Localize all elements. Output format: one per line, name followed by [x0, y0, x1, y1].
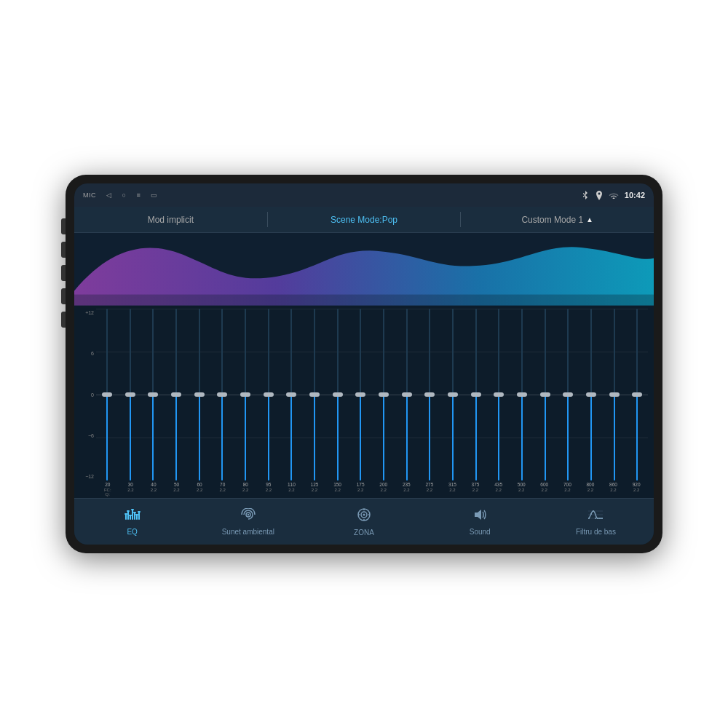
fcq-30: 2.2 [119, 488, 143, 496]
slider-track-920[interactable] [636, 309, 638, 480]
nav-menu[interactable]: ≡ [136, 191, 141, 199]
slider-track-20[interactable] [106, 309, 108, 480]
nav-back[interactable]: ◁ [106, 191, 112, 199]
slider-col-920[interactable] [626, 309, 648, 480]
slider-col-600[interactable] [534, 309, 556, 480]
slider-thumb-235[interactable] [402, 392, 412, 397]
tab-sunet[interactable]: Sunet ambiental [190, 499, 306, 545]
slider-track-50[interactable] [175, 309, 177, 480]
slider-col-500[interactable] [511, 309, 533, 480]
slider-col-435[interactable] [488, 309, 510, 480]
slider-thumb-30[interactable] [125, 392, 135, 397]
slider-col-40[interactable] [142, 309, 164, 480]
slider-col-20[interactable] [96, 309, 118, 480]
slider-col-860[interactable] [604, 309, 625, 480]
slider-col-315[interactable] [442, 309, 464, 480]
freq-label-860: 860 [602, 482, 625, 487]
svg-rect-12 [133, 512, 136, 513]
slider-track-80[interactable] [245, 309, 246, 480]
svg-rect-9 [127, 510, 130, 512]
slider-track-315[interactable] [452, 309, 454, 480]
mode-default[interactable]: Mod implicit [74, 207, 267, 232]
slider-track-435[interactable] [498, 309, 499, 480]
slider-col-70[interactable] [211, 309, 233, 480]
slider-thumb-920[interactable] [632, 392, 642, 397]
slider-col-60[interactable] [189, 309, 210, 480]
slider-thumb-800[interactable] [586, 392, 596, 397]
slider-thumb-40[interactable] [148, 392, 158, 397]
slider-track-110[interactable] [290, 309, 292, 480]
slider-track-235[interactable] [406, 309, 408, 480]
tab-zona[interactable]: ZONA [306, 499, 422, 545]
slider-thumb-175[interactable] [355, 392, 365, 397]
slider-col-700[interactable] [557, 309, 579, 480]
slider-track-275[interactable] [429, 309, 430, 480]
tab-filtru-label: Filtru de bas [576, 528, 616, 536]
slider-thumb-70[interactable] [217, 392, 227, 397]
slider-track-60[interactable] [199, 309, 200, 480]
status-right: 10:42 [581, 190, 645, 200]
slider-col-110[interactable] [280, 309, 302, 480]
slider-thumb-500[interactable] [517, 392, 527, 397]
slider-col-150[interactable] [327, 309, 349, 480]
slider-thumb-20[interactable] [102, 392, 112, 397]
slider-col-95[interactable] [258, 309, 280, 480]
side-button-4[interactable] [61, 288, 66, 304]
slider-thumb-860[interactable] [609, 392, 620, 397]
mode-scene[interactable]: Scene Mode:Pop [268, 207, 461, 232]
slider-col-175[interactable] [349, 309, 371, 480]
slider-col-30[interactable] [119, 309, 141, 480]
slider-thumb-600[interactable] [540, 392, 550, 397]
slider-col-275[interactable] [419, 309, 440, 480]
slider-thumb-150[interactable] [333, 392, 343, 397]
slider-col-80[interactable] [234, 309, 256, 480]
slider-thumb-375[interactable] [471, 392, 481, 397]
slider-track-700[interactable] [567, 309, 569, 480]
slider-thumb-200[interactable] [379, 392, 389, 397]
slider-track-175[interactable] [360, 309, 361, 480]
slider-thumb-95[interactable] [264, 392, 274, 397]
slider-thumb-125[interactable] [309, 392, 320, 397]
slider-thumb-60[interactable] [194, 392, 205, 397]
side-button-5[interactable] [61, 312, 66, 328]
slider-thumb-315[interactable] [448, 392, 458, 397]
freq-label-95: 95 [257, 482, 280, 487]
freq-label-80: 80 [234, 482, 257, 487]
slider-col-200[interactable] [373, 309, 395, 480]
slider-thumb-435[interactable] [494, 392, 504, 397]
slider-col-125[interactable] [304, 309, 325, 480]
slider-track-200[interactable] [383, 309, 384, 480]
slider-track-95[interactable] [268, 309, 269, 480]
nav-home[interactable]: ○ [122, 191, 127, 199]
side-button-3[interactable] [61, 265, 66, 281]
side-button-1[interactable] [61, 218, 66, 234]
side-button-2[interactable] [61, 242, 66, 258]
slider-track-860[interactable] [614, 309, 615, 480]
slider-thumb-50[interactable] [171, 392, 181, 397]
tab-sound[interactable]: Sound [422, 499, 538, 545]
freq-label-40: 40 [142, 482, 165, 487]
svg-rect-14 [138, 511, 141, 513]
slider-track-40[interactable] [152, 309, 154, 480]
nav-recent[interactable]: ▭ [151, 191, 158, 199]
mode-custom[interactable]: Custom Mode 1 ▲ [461, 207, 654, 232]
slider-thumb-110[interactable] [286, 392, 296, 397]
fcq-95: 2.2 [257, 488, 280, 496]
slider-col-800[interactable] [580, 309, 602, 480]
slider-track-150[interactable] [337, 309, 339, 480]
slider-track-375[interactable] [475, 309, 477, 480]
slider-track-600[interactable] [545, 309, 546, 480]
slider-track-30[interactable] [130, 309, 131, 480]
slider-thumb-700[interactable] [563, 392, 573, 397]
slider-thumb-80[interactable] [240, 392, 250, 397]
slider-track-125[interactable] [314, 309, 315, 480]
slider-col-235[interactable] [396, 309, 418, 480]
slider-thumb-275[interactable] [424, 392, 435, 397]
slider-col-375[interactable] [465, 309, 487, 480]
slider-track-800[interactable] [590, 309, 592, 480]
slider-col-50[interactable] [165, 309, 187, 480]
slider-track-70[interactable] [221, 309, 223, 480]
slider-track-500[interactable] [521, 309, 523, 480]
tab-filtru[interactable]: Filtru de bas [538, 499, 654, 545]
tab-eq[interactable]: EQ [74, 499, 190, 545]
